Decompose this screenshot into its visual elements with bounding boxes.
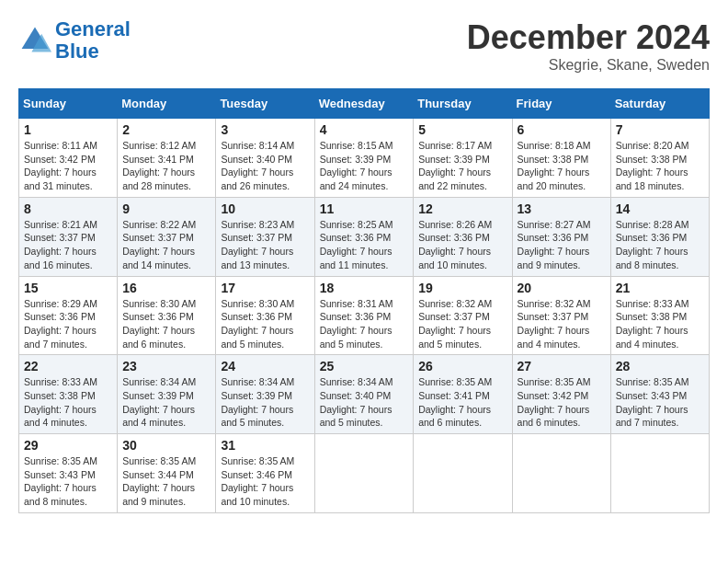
calendar-header-row: SundayMondayTuesdayWednesdayThursdayFrid… — [19, 89, 710, 119]
calendar-header-friday: Friday — [512, 89, 610, 119]
day-number: 12 — [418, 201, 506, 216]
day-number: 13 — [518, 201, 606, 216]
calendar-cell: 8Sunrise: 8:21 AM Sunset: 3:37 PM Daylig… — [19, 197, 118, 276]
day-info: Sunrise: 8:32 AM Sunset: 3:37 PM Dayligh… — [518, 297, 606, 351]
calendar-cell — [414, 434, 512, 513]
day-info: Sunrise: 8:23 AM Sunset: 3:37 PM Dayligh… — [221, 218, 309, 272]
day-info: Sunrise: 8:31 AM Sunset: 3:36 PM Dayligh… — [320, 297, 409, 351]
calendar-cell: 14Sunrise: 8:28 AM Sunset: 3:36 PM Dayli… — [610, 197, 709, 276]
day-number: 27 — [518, 359, 606, 373]
calendar-cell: 18Sunrise: 8:31 AM Sunset: 3:36 PM Dayli… — [314, 276, 414, 355]
page-header: General Blue December 2024 Skegrie, Skan… — [18, 18, 710, 74]
day-info: Sunrise: 8:20 AM Sunset: 3:38 PM Dayligh… — [616, 139, 704, 193]
logo-line1: General — [55, 17, 131, 40]
day-info: Sunrise: 8:34 AM Sunset: 3:40 PM Dayligh… — [320, 375, 409, 430]
day-number: 1 — [24, 122, 112, 137]
day-number: 24 — [221, 359, 309, 373]
day-info: Sunrise: 8:32 AM Sunset: 3:37 PM Dayligh… — [418, 297, 506, 351]
day-info: Sunrise: 8:21 AM Sunset: 3:37 PM Dayligh… — [24, 218, 112, 272]
day-info: Sunrise: 8:30 AM Sunset: 3:36 PM Dayligh… — [221, 297, 309, 351]
calendar-cell: 13Sunrise: 8:27 AM Sunset: 3:36 PM Dayli… — [512, 197, 610, 276]
day-number: 20 — [518, 281, 606, 295]
calendar-cell: 31Sunrise: 8:35 AM Sunset: 3:46 PM Dayli… — [216, 434, 314, 513]
calendar-week-row: 1Sunrise: 8:11 AM Sunset: 3:42 PM Daylig… — [19, 119, 710, 198]
day-number: 8 — [24, 201, 112, 216]
calendar-table: SundayMondayTuesdayWednesdayThursdayFrid… — [18, 88, 710, 513]
calendar-header-thursday: Thursday — [414, 89, 512, 119]
day-info: Sunrise: 8:26 AM Sunset: 3:36 PM Dayligh… — [418, 218, 506, 272]
calendar-header-tuesday: Tuesday — [216, 89, 314, 119]
day-number: 5 — [418, 122, 506, 137]
calendar-cell: 30Sunrise: 8:35 AM Sunset: 3:44 PM Dayli… — [118, 434, 216, 513]
day-info: Sunrise: 8:27 AM Sunset: 3:36 PM Dayligh… — [518, 218, 606, 272]
day-number: 21 — [616, 281, 704, 295]
logo-text: General Blue — [55, 18, 131, 63]
day-info: Sunrise: 8:29 AM Sunset: 3:36 PM Dayligh… — [24, 297, 112, 351]
day-number: 18 — [320, 281, 409, 295]
calendar-cell: 15Sunrise: 8:29 AM Sunset: 3:36 PM Dayli… — [19, 276, 118, 355]
day-info: Sunrise: 8:28 AM Sunset: 3:36 PM Dayligh… — [616, 218, 704, 272]
day-info: Sunrise: 8:12 AM Sunset: 3:41 PM Dayligh… — [122, 139, 210, 193]
day-info: Sunrise: 8:14 AM Sunset: 3:40 PM Dayligh… — [221, 139, 309, 193]
calendar-cell: 11Sunrise: 8:25 AM Sunset: 3:36 PM Dayli… — [314, 197, 414, 276]
day-number: 23 — [122, 359, 210, 373]
day-number: 29 — [24, 438, 112, 453]
day-info: Sunrise: 8:33 AM Sunset: 3:38 PM Dayligh… — [24, 375, 112, 430]
day-info: Sunrise: 8:25 AM Sunset: 3:36 PM Dayligh… — [320, 218, 409, 272]
day-number: 15 — [24, 281, 112, 295]
day-info: Sunrise: 8:34 AM Sunset: 3:39 PM Dayligh… — [221, 375, 309, 430]
month-title: December 2024 — [467, 18, 710, 57]
calendar-cell: 27Sunrise: 8:35 AM Sunset: 3:42 PM Dayli… — [512, 355, 610, 434]
day-info: Sunrise: 8:30 AM Sunset: 3:36 PM Dayligh… — [122, 297, 210, 351]
day-number: 9 — [122, 201, 210, 216]
calendar-cell: 22Sunrise: 8:33 AM Sunset: 3:38 PM Dayli… — [19, 355, 118, 434]
calendar-cell: 4Sunrise: 8:15 AM Sunset: 3:39 PM Daylig… — [314, 119, 414, 198]
calendar-cell: 21Sunrise: 8:33 AM Sunset: 3:38 PM Dayli… — [610, 276, 709, 355]
day-number: 10 — [221, 201, 309, 216]
calendar-header-monday: Monday — [118, 89, 216, 119]
day-info: Sunrise: 8:35 AM Sunset: 3:44 PM Dayligh… — [122, 454, 210, 509]
day-number: 22 — [24, 359, 112, 373]
day-info: Sunrise: 8:35 AM Sunset: 3:43 PM Dayligh… — [616, 375, 704, 430]
calendar-cell: 20Sunrise: 8:32 AM Sunset: 3:37 PM Dayli… — [512, 276, 610, 355]
calendar-cell: 28Sunrise: 8:35 AM Sunset: 3:43 PM Dayli… — [610, 355, 709, 434]
calendar-cell: 24Sunrise: 8:34 AM Sunset: 3:39 PM Dayli… — [216, 355, 314, 434]
calendar-week-row: 29Sunrise: 8:35 AM Sunset: 3:43 PM Dayli… — [19, 434, 710, 513]
calendar-cell: 9Sunrise: 8:22 AM Sunset: 3:37 PM Daylig… — [118, 197, 216, 276]
day-info: Sunrise: 8:18 AM Sunset: 3:38 PM Dayligh… — [518, 139, 606, 193]
day-number: 11 — [320, 201, 409, 216]
day-number: 31 — [221, 438, 309, 453]
day-info: Sunrise: 8:15 AM Sunset: 3:39 PM Dayligh… — [320, 139, 409, 193]
day-number: 25 — [320, 359, 409, 373]
calendar-cell: 7Sunrise: 8:20 AM Sunset: 3:38 PM Daylig… — [610, 119, 709, 198]
calendar-cell — [610, 434, 709, 513]
calendar-cell: 10Sunrise: 8:23 AM Sunset: 3:37 PM Dayli… — [216, 197, 314, 276]
day-number: 30 — [122, 438, 210, 453]
day-number: 28 — [616, 359, 704, 373]
calendar-cell: 17Sunrise: 8:30 AM Sunset: 3:36 PM Dayli… — [216, 276, 314, 355]
calendar-header-saturday: Saturday — [610, 89, 709, 119]
calendar-cell: 25Sunrise: 8:34 AM Sunset: 3:40 PM Dayli… — [314, 355, 414, 434]
day-number: 17 — [221, 281, 309, 295]
calendar-cell: 29Sunrise: 8:35 AM Sunset: 3:43 PM Dayli… — [19, 434, 118, 513]
calendar-cell: 2Sunrise: 8:12 AM Sunset: 3:41 PM Daylig… — [118, 119, 216, 198]
calendar-cell: 6Sunrise: 8:18 AM Sunset: 3:38 PM Daylig… — [512, 119, 610, 198]
day-number: 14 — [616, 201, 704, 216]
calendar-cell: 19Sunrise: 8:32 AM Sunset: 3:37 PM Dayli… — [414, 276, 512, 355]
day-info: Sunrise: 8:35 AM Sunset: 3:46 PM Dayligh… — [221, 454, 309, 509]
calendar-cell: 23Sunrise: 8:34 AM Sunset: 3:39 PM Dayli… — [118, 355, 216, 434]
calendar-cell: 1Sunrise: 8:11 AM Sunset: 3:42 PM Daylig… — [19, 119, 118, 198]
day-number: 16 — [122, 281, 210, 295]
logo: General Blue — [18, 18, 131, 63]
calendar-header-wednesday: Wednesday — [314, 89, 414, 119]
location-title: Skegrie, Skane, Sweden — [467, 57, 710, 74]
calendar-week-row: 22Sunrise: 8:33 AM Sunset: 3:38 PM Dayli… — [19, 355, 710, 434]
calendar-cell: 16Sunrise: 8:30 AM Sunset: 3:36 PM Dayli… — [118, 276, 216, 355]
day-info: Sunrise: 8:35 AM Sunset: 3:42 PM Dayligh… — [518, 375, 606, 430]
logo-line2: Blue — [55, 40, 99, 63]
day-number: 6 — [518, 122, 606, 137]
day-info: Sunrise: 8:11 AM Sunset: 3:42 PM Dayligh… — [24, 139, 112, 193]
day-info: Sunrise: 8:35 AM Sunset: 3:41 PM Dayligh… — [418, 375, 506, 430]
day-number: 19 — [418, 281, 506, 295]
day-number: 4 — [320, 122, 409, 137]
